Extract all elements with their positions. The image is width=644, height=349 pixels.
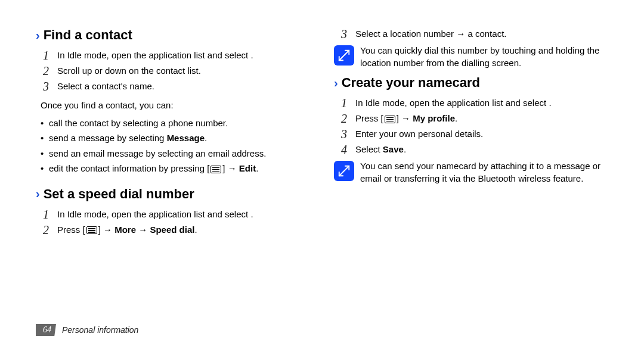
create-step-2: 2 Press [] → My profile.	[339, 112, 608, 125]
menu-icon	[210, 166, 221, 173]
step-text: Enter your own personal details.	[355, 127, 483, 141]
step-number: 3	[41, 80, 51, 93]
step-number: 1	[41, 208, 51, 221]
heading-text: Create your namecard	[342, 75, 480, 91]
find-step-1: 1 In Idle mode, open the application lis…	[41, 49, 310, 62]
heading-speed-dial: › Set a speed dial number	[36, 186, 310, 202]
step-text: Scroll up or down on the contact list.	[57, 64, 201, 77]
chevron-right-icon: ›	[36, 29, 40, 42]
speed-step-2: 2 Press [] → More → Speed dial.	[41, 223, 310, 236]
find-step-3: 3 Select a contact's name.	[41, 80, 310, 93]
heading-create-namecard: › Create your namecard	[334, 75, 608, 91]
step-number: 2	[41, 223, 51, 236]
step-text: In Idle mode, open the application list …	[355, 96, 552, 110]
speed-step-1: 1 In Idle mode, open the application lis…	[41, 208, 310, 221]
list-item: edit the contact information by pressing…	[41, 162, 310, 176]
page-content: › Find a contact 1 In Idle mode, open th…	[0, 0, 644, 239]
step-text: In Idle mode, open the application list …	[57, 49, 253, 62]
left-column: › Find a contact 1 In Idle mode, open th…	[36, 24, 310, 239]
step-number: 2	[339, 112, 349, 125]
chevron-right-icon: ›	[334, 76, 338, 90]
step-text: Press [] → More → Speed dial.	[57, 223, 197, 236]
heading-text: Set a speed dial number	[44, 186, 194, 202]
list-item: send an email message by selecting an em…	[41, 147, 310, 161]
note-speed-dial: You can quickly dial this number by touc…	[334, 44, 608, 69]
step-number: 2	[41, 64, 51, 77]
contact-actions-list: call the contact by selecting a phone nu…	[41, 117, 310, 176]
step-number: 3	[339, 27, 349, 40]
step-text: Select a location number → a contact.	[355, 27, 506, 40]
right-column: 3 Select a location number → a contact. …	[334, 24, 608, 239]
step-text: In Idle mode, open the application list …	[57, 208, 253, 221]
list-item: send a message by selecting Message.	[41, 132, 310, 145]
find-step-2: 2 Scroll up or down on the contact list.	[41, 64, 310, 77]
once-found-intro: Once you find a contact, you can:	[41, 99, 310, 112]
list-item: call the contact by selecting a phone nu…	[41, 117, 310, 130]
note-icon	[334, 45, 354, 66]
step-number: 1	[339, 96, 349, 110]
page-footer: 64 Personal information	[36, 324, 138, 336]
step-text: Select a contact's name.	[57, 80, 154, 93]
menu-icon	[385, 116, 395, 123]
step-text: Select Save.	[355, 143, 406, 156]
heading-find-contact: › Find a contact	[36, 27, 310, 43]
note-text: You can send your namecard by attaching …	[360, 160, 608, 185]
step-number: 3	[339, 127, 349, 141]
note-text: You can quickly dial this number by touc…	[360, 44, 608, 69]
footer-section-title: Personal information	[62, 325, 138, 335]
create-step-1: 1 In Idle mode, open the application lis…	[339, 96, 608, 110]
step-number: 1	[41, 49, 51, 62]
menu-icon	[86, 226, 97, 234]
heading-text: Find a contact	[44, 27, 132, 43]
page-number: 64	[36, 324, 56, 336]
note-icon	[334, 161, 354, 181]
create-step-3: 3 Enter your own personal details.	[339, 127, 608, 141]
speed-step-3: 3 Select a location number → a contact.	[339, 27, 608, 40]
note-namecard: You can send your namecard by attaching …	[334, 160, 608, 185]
step-text: Press [] → My profile.	[355, 112, 457, 125]
create-step-4: 4 Select Save.	[339, 143, 608, 156]
chevron-right-icon: ›	[36, 187, 40, 201]
step-number: 4	[339, 143, 349, 156]
